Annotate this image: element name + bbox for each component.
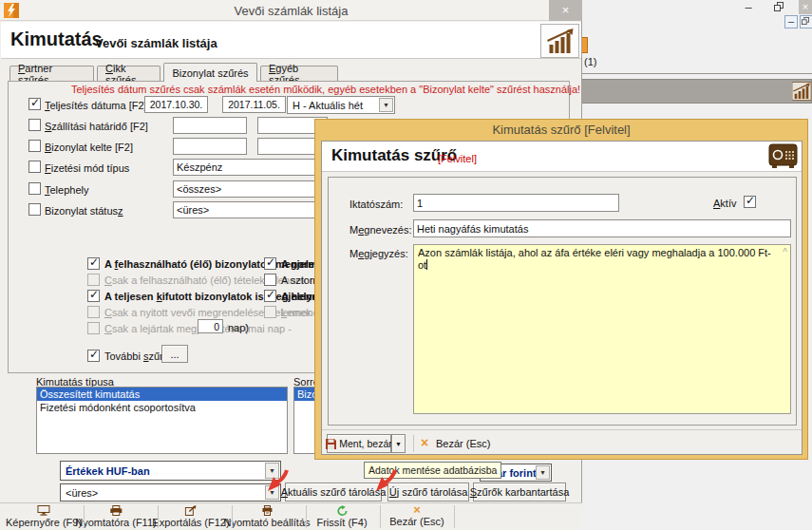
tab-label: Bizonylat szűrés	[172, 67, 248, 79]
lemondas-checkbox	[264, 306, 276, 318]
button-label: Exportálás (F12)	[152, 517, 229, 528]
megjegyzes-text: Azon számlák listája, ahol az áfa értéke…	[418, 247, 771, 271]
megjegyzes-textarea[interactable]: Azon számlák listája, ahol az áfa értéke…	[413, 244, 791, 414]
helyesbito-checkbox[interactable]	[264, 290, 276, 302]
safe-icon	[768, 143, 798, 171]
kimutatas-szuro-dialog: Kimutatás szűrő [Felvitel] Kimutatás szű…	[314, 119, 808, 460]
telephely-checkbox[interactable]	[28, 182, 41, 195]
lejartak-checkbox	[87, 322, 100, 334]
szallitasi-hatarido-label: Szállítási határidő [F2]	[45, 121, 148, 132]
bezar-esc-button[interactable]: Bezár (Esc)	[436, 438, 490, 449]
scroll-up-icon[interactable]: ^	[783, 246, 787, 258]
frissit-button[interactable]: Frissít (F4)	[316, 505, 367, 528]
teljesites-from-input[interactable]	[144, 96, 208, 113]
iktatoszam-input[interactable]	[413, 194, 619, 212]
page-title: Kimutatás	[10, 28, 103, 50]
button-label: Aktuális szűrő tárolása	[281, 486, 387, 498]
elo-bizonylatok-checkbox[interactable]	[87, 257, 100, 270]
aktualis-szuro-tarolasa-button[interactable]: Aktuális szűrő tárolása	[285, 483, 382, 502]
chevron-down-icon[interactable]: ▼	[536, 465, 550, 480]
restore-glyph	[774, 2, 784, 11]
button-label: Ment, bezár	[339, 438, 391, 449]
exportalas-button[interactable]: Exportálás (F12)	[152, 505, 229, 528]
main-dialog-close-button[interactable]: ×	[549, 0, 582, 21]
ellipsis-label: ...	[170, 349, 179, 360]
document-count-label: (1)	[584, 56, 596, 67]
button-label: Nyomtatóra (F11)	[75, 517, 156, 528]
fizetesi-mod-input[interactable]	[173, 159, 328, 176]
tovabbi-szures-checkbox[interactable]	[87, 350, 100, 362]
aktiv-checkbox[interactable]	[744, 196, 756, 208]
bezar-button[interactable]: × Bezár (Esc)	[389, 503, 444, 527]
annotation-arrow-icon	[267, 467, 290, 494]
currency-combobox-value: ar forint	[497, 467, 537, 479]
szallitasi-hatarido-checkbox[interactable]	[28, 119, 41, 131]
list-item[interactable]: Fizetési módonként csoportosítva	[37, 401, 287, 414]
bizonylat-statusz-label: Bizonylat státusz	[45, 205, 123, 217]
fizetesi-mod-checkbox[interactable]	[28, 161, 41, 173]
mentett-szuro-combobox[interactable]: <üres> ▼	[60, 483, 281, 502]
tab-cikk-szures[interactable]: Cikk szűrés	[97, 66, 161, 82]
bizonylat-statusz-checkbox[interactable]	[28, 203, 41, 216]
ment-bezar-button[interactable]: Ment, bezár	[327, 434, 391, 453]
uj-szuro-tarolasa-button[interactable]: Új szűrő tárolása	[387, 483, 469, 502]
telephely-label: Telephely	[45, 184, 88, 196]
screen: – × – (1) Vevői számlák listája × Kimuta…	[0, 0, 812, 530]
window-restore-icon[interactable]	[774, 2, 784, 13]
background-toolbar	[580, 79, 812, 104]
window-minimize-icon[interactable]: –	[741, 0, 756, 14]
period-combobox[interactable]: H - Aktuális hét ▼	[287, 96, 395, 114]
teljesites-datuma-checkbox[interactable]	[28, 98, 41, 110]
button-label: Szűrők karbantartása	[470, 486, 570, 498]
export-icon	[152, 505, 229, 517]
chevron-down-icon[interactable]: ▼	[379, 98, 393, 112]
report-chart-icon	[540, 24, 579, 58]
ertekek-combobox[interactable]: Értékek HUF-ban ▼	[60, 461, 281, 481]
tab-egyeb-szures[interactable]: Egyéb szűrés	[260, 66, 338, 82]
tovabbi-szures-ellipsis-button[interactable]: ...	[161, 345, 188, 363]
list-item[interactable]: Összesített kimutatás	[37, 388, 287, 401]
main-dialog-titlebar[interactable]: Vevői számlák listája ×	[0, 0, 582, 21]
text-caret	[426, 259, 427, 270]
mdi-restore-icon[interactable]	[800, 15, 812, 28]
printer-icon	[75, 505, 156, 517]
lejartak-label-suffix: nap)	[228, 322, 249, 333]
aktiv-label: Aktív	[713, 198, 736, 209]
monitor-icon	[6, 505, 82, 517]
nyitott-megrendelesek-checkbox	[87, 306, 100, 318]
report-chart-icon[interactable]	[792, 82, 811, 103]
kimutatas-tipusa-listbox[interactable]: Összesített kimutatás Fizetési módonként…	[36, 387, 288, 454]
window-close-icon[interactable]: ×	[799, 0, 812, 14]
button-label: Képernyőre (F9)	[6, 517, 82, 528]
sztorno-checkbox[interactable]	[264, 274, 276, 286]
fizetesi-mod-label: Fizetési mód típus	[45, 162, 129, 174]
bizonylat-statusz-input[interactable]	[173, 201, 328, 218]
period-combobox-value: H - Aktuális hét	[293, 100, 363, 111]
button-label: Bezár (Esc)	[389, 516, 444, 527]
bizonylat-kelte-from-input[interactable]	[173, 138, 247, 155]
szallitasi-from-input[interactable]	[173, 117, 247, 134]
normal-bizonylatok-checkbox[interactable]	[264, 257, 276, 270]
page-subtitle: Vevői számlák listája	[95, 36, 217, 50]
filter-dialog-buttonbar: Ment, bezár ▼ × Bezár (Esc)	[322, 429, 802, 455]
lejart-napok-input[interactable]	[198, 319, 223, 333]
filter-dialog-inner: Kimutatás szűrő [Felvitel] Iktatószám: A…	[321, 141, 803, 455]
button-label: Új szűrő tárolása	[389, 486, 468, 498]
ment-bezar-dropdown-button[interactable]: ▼	[391, 434, 406, 453]
megnevezes-input[interactable]	[413, 219, 791, 237]
tab-bizonylat-szures[interactable]: Bizonylat szűrés	[163, 63, 257, 82]
bizonylat-kelte-checkbox[interactable]	[28, 140, 41, 152]
background-divider	[578, 73, 812, 74]
save-icon	[326, 439, 336, 449]
tab-partner-szures[interactable]: Partner szűrés	[9, 66, 94, 82]
nyomtatora-button[interactable]: Nyomtatóra (F11)	[75, 505, 156, 528]
teljesites-to-input[interactable]	[222, 96, 286, 113]
telephely-input[interactable]	[173, 180, 328, 198]
close-x-icon: ×	[389, 503, 444, 516]
kifutott-bizonylatok-checkbox[interactable]	[87, 290, 100, 302]
kepernyore-button[interactable]: Képernyőre (F9)	[6, 505, 82, 528]
mdi-minimize-icon[interactable]: –	[784, 15, 798, 28]
restore-glyph	[802, 17, 809, 25]
szurok-karbantartasa-button[interactable]: Szűrők karbantartása	[473, 483, 566, 502]
nyomtato-beallitas-button[interactable]: Nyomtató beállítás	[223, 505, 310, 528]
